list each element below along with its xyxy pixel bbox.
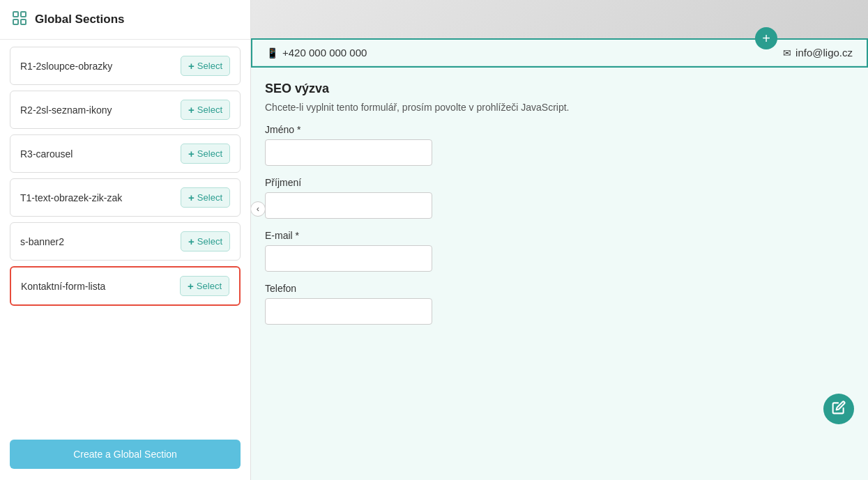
field-prijmeni: Příjmení xyxy=(265,177,854,219)
sidebar-item-banner[interactable]: s-banner2 + Select xyxy=(10,222,241,261)
sidebar-item-name: Kontaktní-form-lista xyxy=(21,281,105,292)
select-button-t1[interactable]: + Select xyxy=(181,187,230,208)
form-section: SEO výzva Chcete-li vyplnit tento formul… xyxy=(251,68,868,350)
add-section-button[interactable]: + xyxy=(755,27,777,49)
select-label: Select xyxy=(197,61,222,71)
sidebar-title: Global Sections xyxy=(35,13,124,26)
plus-icon: + xyxy=(188,148,195,160)
label-telefon: Telefon xyxy=(265,283,854,294)
plus-icon: + xyxy=(188,235,195,247)
sidebar-list: R1-2sloupce-obrazky + Select R2-2sl-sezn… xyxy=(0,40,250,433)
email-contact: ✉ info@ligo.cz xyxy=(783,47,853,59)
edit-icon xyxy=(832,401,846,418)
sidebar: Global Sections R1-2sloupce-obrazky + Se… xyxy=(0,0,251,480)
collapse-button[interactable]: ‹ xyxy=(251,201,266,217)
select-button-r2[interactable]: + Select xyxy=(181,100,230,120)
label-jmeno: Jméno * xyxy=(265,124,854,135)
plus-icon: + xyxy=(188,192,195,203)
sidebar-item-name: s-banner2 xyxy=(20,236,64,247)
svg-rect-3 xyxy=(21,20,26,24)
sidebar-item-name: T1-text-obrazek-zik-zak xyxy=(20,192,122,203)
label-prijmeni: Příjmení xyxy=(265,177,854,188)
field-jmeno: Jméno * xyxy=(265,124,854,166)
sidebar-item-t1[interactable]: T1-text-obrazek-zik-zak + Select xyxy=(10,178,241,217)
phone-icon: 📱 xyxy=(266,47,278,59)
email-address: info@ligo.cz xyxy=(795,47,853,59)
select-label: Select xyxy=(197,192,222,203)
select-button-banner[interactable]: + Select xyxy=(181,231,230,251)
field-email: E-mail * xyxy=(265,230,854,272)
collapse-icon: ‹ xyxy=(257,203,259,214)
email-icon: ✉ xyxy=(783,47,791,59)
select-label: Select xyxy=(197,104,222,115)
edit-fab-button[interactable] xyxy=(823,394,854,424)
main-content: + 📱 +420 000 000 000 ✉ info@ligo.cz ‹ SE… xyxy=(251,0,868,480)
input-prijmeni[interactable] xyxy=(265,192,432,219)
select-label: Select xyxy=(197,236,222,247)
svg-rect-1 xyxy=(21,12,26,17)
add-icon: + xyxy=(762,31,770,47)
input-jmeno[interactable] xyxy=(265,139,432,166)
plus-icon: + xyxy=(188,104,195,116)
create-global-section-button[interactable]: Create a Global Section xyxy=(10,440,241,469)
form-note: Chcete-li vyplnit tento formulář, prosím… xyxy=(265,102,854,113)
plus-icon: + xyxy=(188,280,194,292)
select-button-r3[interactable]: + Select xyxy=(181,144,230,164)
input-telefon[interactable] xyxy=(265,298,432,325)
sidebar-item-name: R1-2sloupce-obrazky xyxy=(20,61,112,72)
grid-icon xyxy=(11,10,28,29)
sidebar-header: Global Sections xyxy=(0,0,250,40)
label-email: E-mail * xyxy=(265,230,854,241)
select-label: Select xyxy=(197,281,222,291)
sidebar-item-name: R3-carousel xyxy=(20,148,73,160)
select-label: Select xyxy=(197,148,222,159)
svg-rect-0 xyxy=(13,12,18,17)
sidebar-item-r2[interactable]: R2-2sl-seznam-ikony + Select xyxy=(10,91,241,129)
select-button-r1[interactable]: + Select xyxy=(181,56,230,76)
select-button-kontaktni[interactable]: + Select xyxy=(180,276,229,296)
sidebar-item-kontaktni[interactable]: Kontaktní-form-lista + Select xyxy=(10,266,241,306)
field-telefon: Telefon xyxy=(265,283,854,325)
phone-number: +420 000 000 000 xyxy=(282,47,367,59)
svg-rect-2 xyxy=(13,20,18,24)
phone-contact: 📱 +420 000 000 000 xyxy=(266,47,367,59)
sidebar-item-name: R2-2sl-seznam-ikony xyxy=(20,104,112,116)
form-section-title: SEO výzva xyxy=(265,82,854,96)
sidebar-item-r3[interactable]: R3-carousel + Select xyxy=(10,134,241,173)
plus-icon: + xyxy=(188,60,195,72)
sidebar-item-r1[interactable]: R1-2sloupce-obrazky + Select xyxy=(10,47,241,85)
input-email[interactable] xyxy=(265,245,432,272)
